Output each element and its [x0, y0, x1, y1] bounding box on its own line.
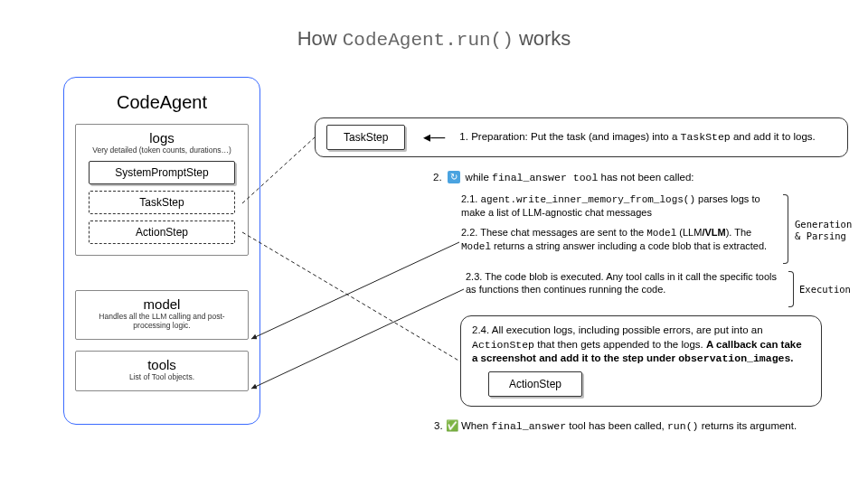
step-2-3: 2.3. The code blob is executed. Any tool… — [466, 270, 782, 296]
step-1-code: TaskStep — [681, 131, 731, 143]
label-execution: Execution — [799, 284, 851, 296]
s21-num: 2.1. — [461, 193, 480, 204]
logs-section: logs Very detailed (token counts, durati… — [75, 124, 249, 256]
actionstep-chip: ActionStep — [89, 221, 235, 244]
label-generation: Generation & Parsing — [795, 219, 852, 241]
svg-line-1 — [242, 232, 460, 361]
s22-post: returns a string answer including a code… — [491, 240, 767, 251]
title-code: CodeAgent.run() — [343, 30, 514, 51]
tools-section: tools List of Tool objects. — [75, 351, 249, 391]
s22-m1: Model — [646, 228, 676, 239]
s24-mid: that then gets appended to the logs. — [534, 339, 706, 350]
logs-label: logs — [83, 130, 241, 145]
step-1-text: 1. Preparation: Put the task (and images… — [459, 130, 836, 145]
step-2-code: final_answer — [492, 172, 567, 183]
tools-sub: List of Tool objects. — [83, 373, 241, 381]
s22-mid2: ). The — [726, 227, 752, 238]
s3-code1: final_answer — [491, 420, 566, 432]
check-icon: ✅ — [446, 420, 461, 431]
svg-line-3 — [251, 289, 464, 389]
step-1-num: 1. — [459, 131, 468, 142]
step-2-header: 2. ↻ while final_answer tool has not bee… — [433, 171, 693, 183]
step-1-text-a: Preparation: Put the task (and images) i… — [468, 131, 681, 142]
title-prefix: How — [297, 27, 343, 50]
svg-line-2 — [251, 242, 459, 339]
tools-label: tools — [83, 357, 241, 372]
s3-code2: run() — [667, 420, 699, 432]
model-label: model — [83, 296, 241, 312]
s3-num: 3. — [434, 420, 446, 431]
step-1-text-b: and add it to logs. — [731, 131, 816, 142]
s24-pre: 2.4. All execution logs, including possi… — [472, 324, 763, 335]
title-suffix: works — [514, 27, 571, 50]
step-2-1: 2.1. agent.write_inner_memory_from_logs(… — [461, 192, 778, 220]
codeagent-title: CodeAgent — [75, 92, 249, 113]
s22-pre: 2.2. These chat messages are sent to the — [461, 227, 646, 238]
s24-bold2: . — [790, 352, 793, 363]
step-2-num: 2. — [433, 172, 442, 183]
systempromptstep-chip: SystemPromptStep — [89, 161, 235, 184]
s22-mid1: (LLM — [676, 227, 702, 238]
s3-post: returns its argument. — [698, 420, 797, 431]
model-sub: Handles all the LLM calling and post-pro… — [83, 313, 241, 330]
brace-execution — [788, 271, 794, 307]
s3-pre: When — [461, 420, 491, 431]
arrow-left-icon: ◂— — [423, 127, 445, 147]
step-2-2: 2.2. These chat messages are sent to the… — [461, 226, 778, 254]
s22-bold: /VLM — [702, 227, 725, 238]
actionstep-chip-right: ActionStep — [488, 371, 582, 397]
codeagent-card: CodeAgent logs Very detailed (token coun… — [63, 77, 260, 425]
step-2-pre: while — [466, 172, 492, 183]
page-title: How CodeAgent.run() works — [0, 27, 868, 51]
step-1-box: TaskStep ◂— 1. Preparation: Put the task… — [315, 117, 848, 157]
s21-code: agent.write_inner_memory_from_logs() — [480, 194, 695, 205]
step-2-mid: tool — [567, 172, 599, 183]
taskstep-chip-right: TaskStep — [326, 125, 405, 150]
brace-generation — [783, 194, 788, 264]
s24-code1: ActionStep — [472, 339, 534, 351]
loop-icon: ↻ — [448, 171, 460, 183]
logs-sub: Very detailed (token counts, durations…) — [83, 146, 241, 155]
s22-m2: Model — [461, 241, 491, 252]
step-2-4-box: 2.4. All execution logs, including possi… — [460, 315, 822, 407]
s24-code2: observation_images — [678, 352, 790, 364]
taskstep-chip: TaskStep — [89, 191, 235, 214]
model-section: model Handles all the LLM calling and po… — [75, 290, 249, 340]
s3-mid: tool has been called, — [566, 420, 667, 431]
step-2-post: has not been called: — [598, 172, 693, 183]
step-3: 3. ✅ When final_answer tool has been cal… — [434, 419, 797, 432]
